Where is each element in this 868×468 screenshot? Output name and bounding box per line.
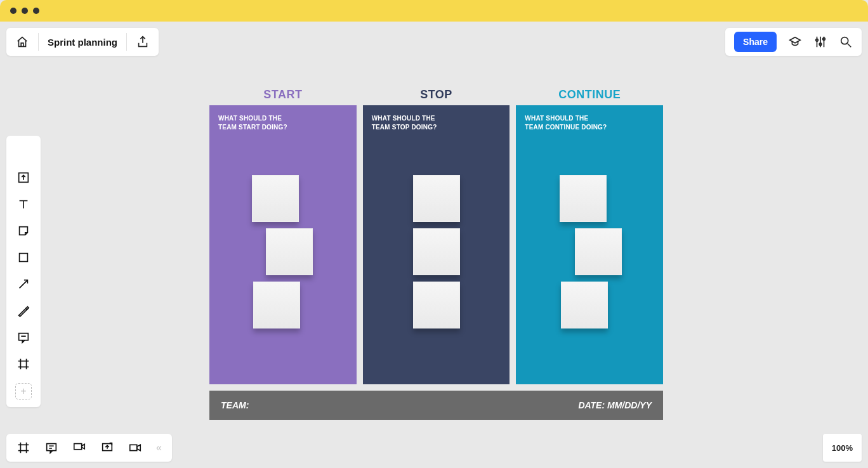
svg-rect-6 <box>19 334 29 341</box>
column-prompt: WHAT SHOULD THE TEAM STOP DOING? <box>372 114 501 132</box>
upload-tool-icon[interactable] <box>16 170 31 185</box>
svg-rect-8 <box>74 444 82 450</box>
document-title[interactable]: Sprint planning <box>48 37 117 48</box>
sticky-note-tool-icon[interactable] <box>16 223 31 238</box>
svg-rect-5 <box>20 254 28 262</box>
learn-icon[interactable] <box>788 35 802 49</box>
collapse-chevron-icon[interactable]: « <box>156 442 162 453</box>
column-prompt: WHAT SHOULD THE TEAM START DOING? <box>218 114 348 132</box>
date-label: DATE: MM/DD/YY <box>578 400 652 410</box>
export-icon[interactable] <box>136 35 150 49</box>
notes-group <box>363 175 510 335</box>
header-right-group: Share <box>725 28 862 56</box>
settings-sliders-icon[interactable] <box>813 35 827 49</box>
sticky-note[interactable] <box>252 175 299 222</box>
column-start[interactable]: WHAT SHOULD THE TEAM START DOING? <box>209 105 357 384</box>
arrow-tool-icon[interactable] <box>16 276 31 292</box>
columns-row: WHAT SHOULD THE TEAM START DOING? WHAT S… <box>209 105 663 384</box>
sticky-note[interactable] <box>575 228 622 275</box>
left-toolbar: + <box>6 136 41 407</box>
add-tool-button[interactable]: + <box>15 383 32 400</box>
bottom-toolbar: « <box>6 434 172 462</box>
column-stop[interactable]: WHAT SHOULD THE TEAM STOP DOING? <box>363 105 510 384</box>
frames-icon[interactable] <box>16 441 30 455</box>
sticky-note[interactable] <box>266 228 313 275</box>
zoom-level[interactable]: 100% <box>823 434 862 462</box>
share-button[interactable]: Share <box>734 32 777 52</box>
comments-panel-icon[interactable] <box>44 441 58 455</box>
record-icon[interactable] <box>128 441 142 455</box>
sticky-note[interactable] <box>413 228 460 275</box>
window-dot <box>22 8 28 14</box>
present-icon[interactable] <box>72 441 86 455</box>
sticky-note[interactable] <box>413 282 460 328</box>
text-tool-icon[interactable] <box>16 197 31 212</box>
sticky-note[interactable] <box>560 175 607 222</box>
svg-rect-7 <box>47 444 56 451</box>
header: Sprint planning Share <box>6 28 862 56</box>
pen-tool-icon[interactable] <box>16 303 31 318</box>
share-screen-icon[interactable] <box>100 441 114 455</box>
window-dot <box>10 8 16 14</box>
comment-tool-icon[interactable] <box>16 330 31 345</box>
column-header-continue: CONTINUE <box>516 88 663 101</box>
svg-point-3 <box>841 37 848 44</box>
app-frame: Sprint planning Share <box>0 22 868 468</box>
window-dot <box>33 8 39 14</box>
home-icon[interactable] <box>15 35 29 49</box>
sticky-note[interactable] <box>561 282 608 328</box>
column-prompt: WHAT SHOULD THE TEAM CONTINUE DOING? <box>525 114 654 132</box>
sticky-note[interactable] <box>413 175 460 222</box>
column-header-stop: STOP <box>363 88 510 101</box>
column-continue[interactable]: WHAT SHOULD THE TEAM CONTINUE DOING? <box>516 105 663 384</box>
sticky-note[interactable] <box>253 282 300 328</box>
header-left-group: Sprint planning <box>6 28 159 56</box>
divider <box>126 33 127 51</box>
notes-group <box>209 175 357 335</box>
team-label: TEAM: <box>221 400 249 410</box>
notes-group <box>516 175 663 335</box>
svg-rect-10 <box>130 445 137 450</box>
frame-tool-icon[interactable] <box>16 356 31 372</box>
select-tool-icon[interactable] <box>16 143 31 159</box>
browser-chrome-bar <box>0 0 868 22</box>
column-header-start: START <box>209 88 357 101</box>
search-icon[interactable] <box>839 35 853 49</box>
column-headers: START STOP CONTINUE <box>209 88 663 101</box>
board-canvas[interactable]: START STOP CONTINUE WHAT SHOULD THE TEAM… <box>209 88 663 420</box>
shape-tool-icon[interactable] <box>16 250 31 265</box>
divider <box>38 33 39 51</box>
board-footer[interactable]: TEAM: DATE: MM/DD/YY <box>209 391 663 420</box>
